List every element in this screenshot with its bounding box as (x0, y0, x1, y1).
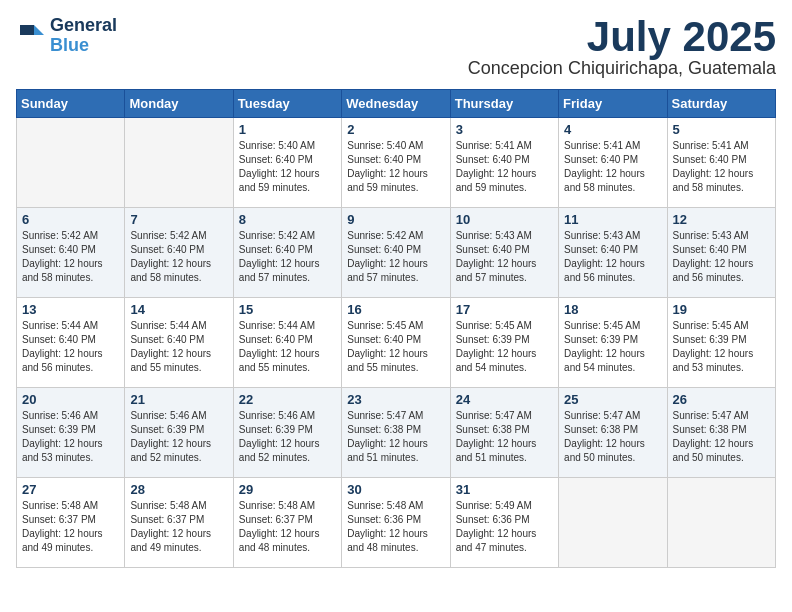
day-info: Sunrise: 5:45 AM Sunset: 6:39 PM Dayligh… (456, 319, 553, 375)
calendar-cell: 15Sunrise: 5:44 AM Sunset: 6:40 PM Dayli… (233, 298, 341, 388)
day-info: Sunrise: 5:46 AM Sunset: 6:39 PM Dayligh… (22, 409, 119, 465)
calendar-cell: 30Sunrise: 5:48 AM Sunset: 6:36 PM Dayli… (342, 478, 450, 568)
calendar-cell: 7Sunrise: 5:42 AM Sunset: 6:40 PM Daylig… (125, 208, 233, 298)
svg-marker-0 (34, 25, 44, 35)
day-number: 22 (239, 392, 336, 407)
day-number: 31 (456, 482, 553, 497)
day-number: 29 (239, 482, 336, 497)
weekday-header: Sunday (17, 90, 125, 118)
calendar-week-row: 13Sunrise: 5:44 AM Sunset: 6:40 PM Dayli… (17, 298, 776, 388)
calendar-cell: 4Sunrise: 5:41 AM Sunset: 6:40 PM Daylig… (559, 118, 667, 208)
calendar-week-row: 20Sunrise: 5:46 AM Sunset: 6:39 PM Dayli… (17, 388, 776, 478)
day-info: Sunrise: 5:45 AM Sunset: 6:40 PM Dayligh… (347, 319, 444, 375)
logo-line2: Blue (50, 36, 117, 56)
day-number: 12 (673, 212, 770, 227)
calendar-week-row: 27Sunrise: 5:48 AM Sunset: 6:37 PM Dayli… (17, 478, 776, 568)
day-number: 21 (130, 392, 227, 407)
calendar-cell: 28Sunrise: 5:48 AM Sunset: 6:37 PM Dayli… (125, 478, 233, 568)
location-title: Concepcion Chiquirichapa, Guatemala (468, 58, 776, 79)
day-info: Sunrise: 5:48 AM Sunset: 6:37 PM Dayligh… (239, 499, 336, 555)
day-info: Sunrise: 5:41 AM Sunset: 6:40 PM Dayligh… (456, 139, 553, 195)
day-number: 8 (239, 212, 336, 227)
day-number: 24 (456, 392, 553, 407)
calendar-cell: 21Sunrise: 5:46 AM Sunset: 6:39 PM Dayli… (125, 388, 233, 478)
day-number: 10 (456, 212, 553, 227)
day-number: 4 (564, 122, 661, 137)
logo-line1: General (50, 16, 117, 36)
day-number: 2 (347, 122, 444, 137)
day-info: Sunrise: 5:44 AM Sunset: 6:40 PM Dayligh… (239, 319, 336, 375)
weekday-header: Tuesday (233, 90, 341, 118)
day-number: 28 (130, 482, 227, 497)
day-info: Sunrise: 5:42 AM Sunset: 6:40 PM Dayligh… (22, 229, 119, 285)
calendar-cell: 27Sunrise: 5:48 AM Sunset: 6:37 PM Dayli… (17, 478, 125, 568)
calendar-cell: 11Sunrise: 5:43 AM Sunset: 6:40 PM Dayli… (559, 208, 667, 298)
day-number: 20 (22, 392, 119, 407)
day-number: 18 (564, 302, 661, 317)
calendar-cell: 14Sunrise: 5:44 AM Sunset: 6:40 PM Dayli… (125, 298, 233, 388)
day-number: 1 (239, 122, 336, 137)
calendar-cell: 29Sunrise: 5:48 AM Sunset: 6:37 PM Dayli… (233, 478, 341, 568)
day-info: Sunrise: 5:42 AM Sunset: 6:40 PM Dayligh… (130, 229, 227, 285)
day-number: 17 (456, 302, 553, 317)
weekday-header: Thursday (450, 90, 558, 118)
calendar-cell (667, 478, 775, 568)
calendar-table: SundayMondayTuesdayWednesdayThursdayFrid… (16, 89, 776, 568)
day-number: 14 (130, 302, 227, 317)
day-info: Sunrise: 5:43 AM Sunset: 6:40 PM Dayligh… (673, 229, 770, 285)
logo: General Blue (16, 16, 117, 56)
day-number: 5 (673, 122, 770, 137)
calendar-cell: 16Sunrise: 5:45 AM Sunset: 6:40 PM Dayli… (342, 298, 450, 388)
calendar-cell: 19Sunrise: 5:45 AM Sunset: 6:39 PM Dayli… (667, 298, 775, 388)
calendar-cell (559, 478, 667, 568)
day-number: 16 (347, 302, 444, 317)
calendar-cell: 8Sunrise: 5:42 AM Sunset: 6:40 PM Daylig… (233, 208, 341, 298)
title-block: July 2025 Concepcion Chiquirichapa, Guat… (468, 16, 776, 79)
day-info: Sunrise: 5:47 AM Sunset: 6:38 PM Dayligh… (564, 409, 661, 465)
calendar-cell: 23Sunrise: 5:47 AM Sunset: 6:38 PM Dayli… (342, 388, 450, 478)
day-number: 11 (564, 212, 661, 227)
weekday-header: Friday (559, 90, 667, 118)
day-number: 7 (130, 212, 227, 227)
calendar-cell: 20Sunrise: 5:46 AM Sunset: 6:39 PM Dayli… (17, 388, 125, 478)
day-number: 9 (347, 212, 444, 227)
weekday-header: Monday (125, 90, 233, 118)
calendar-cell: 26Sunrise: 5:47 AM Sunset: 6:38 PM Dayli… (667, 388, 775, 478)
calendar-cell: 9Sunrise: 5:42 AM Sunset: 6:40 PM Daylig… (342, 208, 450, 298)
day-info: Sunrise: 5:47 AM Sunset: 6:38 PM Dayligh… (673, 409, 770, 465)
day-info: Sunrise: 5:42 AM Sunset: 6:40 PM Dayligh… (347, 229, 444, 285)
day-number: 23 (347, 392, 444, 407)
day-number: 3 (456, 122, 553, 137)
calendar-cell: 6Sunrise: 5:42 AM Sunset: 6:40 PM Daylig… (17, 208, 125, 298)
day-info: Sunrise: 5:47 AM Sunset: 6:38 PM Dayligh… (347, 409, 444, 465)
day-info: Sunrise: 5:48 AM Sunset: 6:36 PM Dayligh… (347, 499, 444, 555)
day-info: Sunrise: 5:44 AM Sunset: 6:40 PM Dayligh… (22, 319, 119, 375)
day-number: 26 (673, 392, 770, 407)
calendar-cell: 25Sunrise: 5:47 AM Sunset: 6:38 PM Dayli… (559, 388, 667, 478)
calendar-cell (17, 118, 125, 208)
day-info: Sunrise: 5:45 AM Sunset: 6:39 PM Dayligh… (564, 319, 661, 375)
day-info: Sunrise: 5:40 AM Sunset: 6:40 PM Dayligh… (239, 139, 336, 195)
day-number: 27 (22, 482, 119, 497)
calendar-cell: 5Sunrise: 5:41 AM Sunset: 6:40 PM Daylig… (667, 118, 775, 208)
calendar-cell: 24Sunrise: 5:47 AM Sunset: 6:38 PM Dayli… (450, 388, 558, 478)
day-info: Sunrise: 5:44 AM Sunset: 6:40 PM Dayligh… (130, 319, 227, 375)
day-info: Sunrise: 5:45 AM Sunset: 6:39 PM Dayligh… (673, 319, 770, 375)
calendar-week-row: 1Sunrise: 5:40 AM Sunset: 6:40 PM Daylig… (17, 118, 776, 208)
weekday-header: Wednesday (342, 90, 450, 118)
day-info: Sunrise: 5:46 AM Sunset: 6:39 PM Dayligh… (130, 409, 227, 465)
day-number: 19 (673, 302, 770, 317)
day-number: 15 (239, 302, 336, 317)
day-info: Sunrise: 5:40 AM Sunset: 6:40 PM Dayligh… (347, 139, 444, 195)
calendar-week-row: 6Sunrise: 5:42 AM Sunset: 6:40 PM Daylig… (17, 208, 776, 298)
calendar-cell: 13Sunrise: 5:44 AM Sunset: 6:40 PM Dayli… (17, 298, 125, 388)
day-info: Sunrise: 5:42 AM Sunset: 6:40 PM Dayligh… (239, 229, 336, 285)
calendar-cell: 22Sunrise: 5:46 AM Sunset: 6:39 PM Dayli… (233, 388, 341, 478)
logo-icon (16, 21, 46, 51)
day-info: Sunrise: 5:41 AM Sunset: 6:40 PM Dayligh… (673, 139, 770, 195)
calendar-cell: 10Sunrise: 5:43 AM Sunset: 6:40 PM Dayli… (450, 208, 558, 298)
calendar-cell: 31Sunrise: 5:49 AM Sunset: 6:36 PM Dayli… (450, 478, 558, 568)
calendar-cell: 12Sunrise: 5:43 AM Sunset: 6:40 PM Dayli… (667, 208, 775, 298)
calendar-header-row: SundayMondayTuesdayWednesdayThursdayFrid… (17, 90, 776, 118)
weekday-header: Saturday (667, 90, 775, 118)
